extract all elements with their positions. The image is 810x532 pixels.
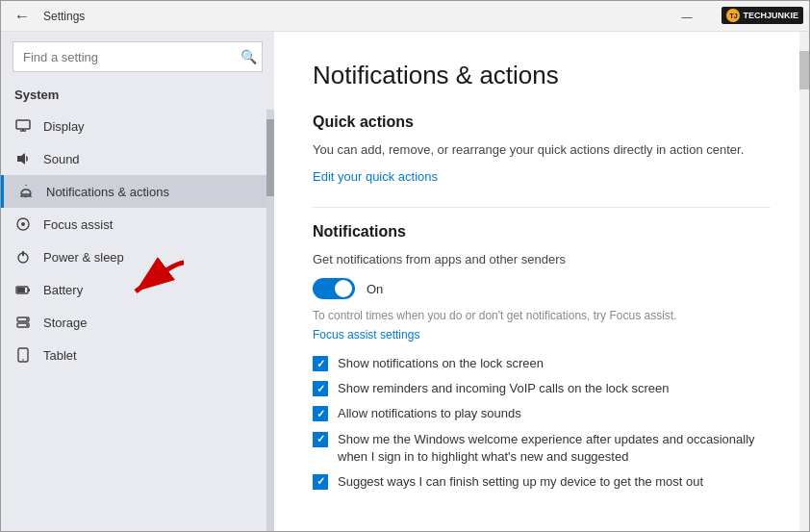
sidebar-label-display: Display — [43, 119, 85, 134]
sidebar-label-notifications: Notifications & actions — [46, 185, 169, 199]
sound-icon — [14, 150, 32, 167]
sidebar-scrollbar[interactable] — [266, 110, 274, 531]
toggle-row: On — [313, 278, 771, 299]
back-button[interactable]: ← — [9, 4, 36, 29]
svg-point-14 — [26, 324, 28, 326]
sidebar-item-tablet[interactable]: Tablet — [1, 339, 274, 371]
checkbox-row-lock: Show notifications on the lock screen — [313, 355, 771, 372]
svg-marker-3 — [17, 153, 25, 165]
svg-point-13 — [26, 318, 28, 320]
sidebar-scroll: Display Sound Notifications & actions — [1, 110, 274, 531]
checkbox-sounds[interactable] — [313, 406, 328, 421]
checkbox-label-sounds: Allow notifications to play sounds — [338, 405, 521, 422]
svg-point-5 — [21, 222, 25, 226]
focus-icon — [14, 215, 32, 233]
svg-point-16 — [22, 359, 24, 361]
checkbox-label-suggest: Suggest ways I can finish setting up my … — [338, 473, 703, 491]
sidebar-item-storage[interactable]: Storage — [1, 306, 274, 339]
notifications-icon — [17, 183, 35, 200]
search-input[interactable] — [13, 41, 263, 72]
display-icon — [14, 117, 32, 135]
sidebar-label-sound: Sound — [43, 152, 80, 166]
svg-rect-10 — [17, 288, 25, 292]
main-scrollbar[interactable] — [799, 32, 809, 531]
checkbox-row-welcome: Show me the Windows welcome experience a… — [313, 431, 771, 466]
svg-rect-9 — [28, 289, 30, 291]
watermark-text: TECHJUNKIE — [743, 11, 798, 20]
sidebar-label-power: Power & sleep — [43, 250, 124, 265]
window-content: 🔍 System Display Sound — [1, 32, 809, 531]
sidebar-item-display[interactable]: Display — [1, 110, 274, 142]
sidebar-label-focus: Focus assist — [43, 217, 113, 232]
sidebar-item-focus[interactable]: Focus assist — [1, 208, 274, 241]
quick-actions-title: Quick actions — [313, 114, 771, 131]
checkbox-suggest[interactable] — [313, 474, 328, 490]
checkbox-label-voip: Show reminders and incoming VoIP calls o… — [338, 380, 669, 397]
checkbox-label-lock: Show notifications on the lock screen — [338, 355, 544, 372]
checkbox-row-voip: Show reminders and incoming VoIP calls o… — [313, 380, 771, 397]
sidebar: 🔍 System Display Sound — [1, 32, 274, 531]
search-icon[interactable]: 🔍 — [240, 49, 257, 64]
sidebar-label-storage: Storage — [43, 316, 88, 330]
power-icon — [14, 248, 32, 266]
titlebar: ← Settings — □ ✕ — [1, 1, 809, 32]
sidebar-item-battery[interactable]: Battery — [1, 273, 274, 306]
page-title: Notifications & actions — [313, 61, 771, 90]
search-box: 🔍 — [13, 41, 263, 72]
sidebar-item-sound[interactable]: Sound — [1, 142, 274, 175]
checkbox-row-suggest: Suggest ways I can finish setting up my … — [313, 473, 771, 491]
sidebar-item-power[interactable]: Power & sleep — [1, 241, 274, 273]
svg-rect-0 — [16, 120, 30, 129]
tablet-icon — [14, 346, 32, 364]
watermark: TJ TECHJUNKIE — [721, 7, 803, 24]
section-divider — [313, 207, 771, 208]
minimize-button[interactable]: — — [665, 1, 709, 32]
edit-quick-actions-link[interactable]: Edit your quick actions — [313, 169, 771, 184]
checkbox-welcome[interactable] — [313, 432, 328, 447]
checkbox-lock-screen[interactable] — [313, 356, 328, 371]
quick-actions-desc: You can add, remove, or rearrange your q… — [313, 140, 771, 160]
main-scroll-thumb[interactable] — [799, 51, 809, 89]
storage-icon — [14, 314, 32, 331]
checkbox-row-sounds: Allow notifications to play sounds — [313, 405, 771, 422]
toggle-knob — [335, 280, 352, 297]
focus-assist-link[interactable]: Focus assist settings — [313, 328, 771, 342]
sidebar-label-battery: Battery — [43, 283, 83, 297]
titlebar-title: Settings — [43, 10, 85, 23]
sidebar-label-tablet: Tablet — [43, 348, 77, 363]
titlebar-left: ← Settings — [9, 4, 665, 29]
focus-assist-hint: To control times when you do or don't ge… — [313, 307, 771, 324]
main-content: Notifications & actions Quick actions Yo… — [274, 32, 809, 531]
sidebar-item-notifications[interactable]: Notifications & actions — [1, 175, 274, 208]
sidebar-section-title: System — [1, 82, 274, 110]
toggle-desc: Get notifications from apps and other se… — [313, 250, 771, 269]
sidebar-scroll-thumb[interactable] — [266, 119, 274, 196]
settings-window: TJ TECHJUNKIE ← Settings — □ ✕ 🔍 System — [0, 0, 810, 532]
toggle-on-label: On — [367, 282, 383, 296]
notifications-title: Notifications — [313, 223, 771, 241]
battery-icon — [14, 281, 32, 298]
notifications-toggle[interactable] — [313, 278, 355, 299]
checkbox-label-welcome: Show me the Windows welcome experience a… — [338, 431, 771, 466]
watermark-logo: TJ — [726, 9, 740, 22]
checkbox-voip[interactable] — [313, 381, 328, 396]
